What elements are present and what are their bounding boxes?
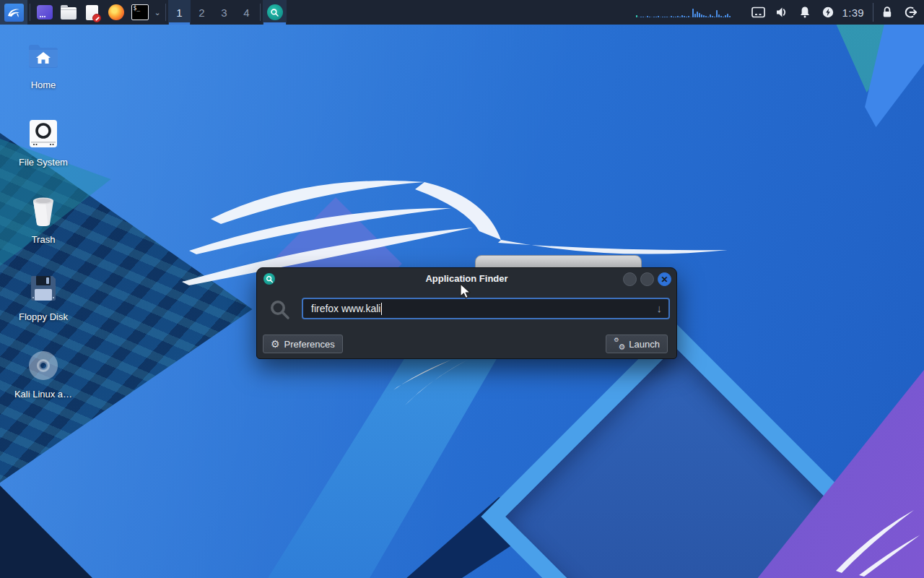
panel-separator bbox=[30, 4, 30, 21]
launcher-file-manager[interactable] bbox=[56, 0, 80, 25]
desktop-icon-label: Trash bbox=[32, 235, 56, 245]
file-manager-icon bbox=[61, 7, 77, 20]
combo-dropdown-arrow[interactable]: ↓ bbox=[657, 303, 663, 314]
search-icon bbox=[267, 4, 283, 20]
notifications-bell-icon bbox=[798, 5, 812, 20]
desktop-icon-floppy-disk[interactable]: Floppy Disk bbox=[6, 269, 81, 347]
home-folder-icon bbox=[27, 38, 60, 75]
preferences-button-label: Preferences bbox=[284, 339, 335, 350]
window-title: Application Finder bbox=[257, 268, 676, 290]
workspace-button-4[interactable]: 4 bbox=[235, 0, 258, 25]
workspace-button-1[interactable]: 1 bbox=[168, 0, 191, 25]
launcher-firefox[interactable] bbox=[104, 0, 128, 25]
clock[interactable]: 1:39 bbox=[842, 7, 864, 19]
display-icon bbox=[751, 5, 766, 20]
terminal-icon: $_ bbox=[131, 4, 149, 20]
launcher-app-finder[interactable] bbox=[263, 0, 287, 25]
volume-tray-button[interactable] bbox=[772, 0, 791, 25]
disc-icon bbox=[27, 347, 60, 384]
power-manager-icon bbox=[821, 5, 835, 20]
volume-icon bbox=[775, 5, 789, 20]
launcher-text-editor[interactable] bbox=[80, 0, 104, 25]
launch-button-label: Launch bbox=[629, 339, 660, 350]
gear-icon: ⚙ bbox=[271, 339, 280, 349]
notifications-tray-button[interactable] bbox=[796, 0, 814, 25]
logout-button[interactable] bbox=[901, 0, 920, 25]
lock-icon bbox=[880, 5, 894, 20]
chevron-down-icon[interactable]: ⌄ bbox=[152, 8, 163, 17]
titlebar[interactable]: Application Finder ✕ bbox=[257, 268, 676, 290]
drive-icon bbox=[28, 115, 58, 152]
maximize-button[interactable] bbox=[640, 272, 654, 286]
close-button[interactable]: ✕ bbox=[658, 272, 671, 286]
logout-icon bbox=[903, 5, 918, 20]
text-caret bbox=[381, 303, 382, 315]
launcher-window-app[interactable] bbox=[32, 0, 56, 25]
panel-separator bbox=[873, 3, 873, 22]
text-editor-icon bbox=[86, 5, 98, 20]
desktop-icon-list: Home File System Trash bbox=[6, 38, 81, 424]
desktop-icon-label: Floppy Disk bbox=[19, 312, 68, 322]
kali-menu-icon bbox=[4, 4, 24, 22]
workspace-button-3[interactable]: 3 bbox=[213, 0, 235, 25]
desktop-icon-label: File System bbox=[19, 158, 68, 168]
desktop-icon-file-system[interactable]: File System bbox=[6, 115, 81, 192]
search-input-value: firefox www.kali bbox=[311, 303, 380, 314]
desktop-icon-label: Kali Linux a… bbox=[14, 389, 72, 400]
launch-gears-icon: ⚙⚙ bbox=[614, 339, 624, 350]
lock-screen-button[interactable] bbox=[878, 0, 897, 25]
panel-separator bbox=[165, 4, 166, 21]
firefox-icon bbox=[108, 4, 124, 20]
desktop-icon-trash[interactable]: Trash bbox=[6, 192, 81, 269]
search-row: firefox www.kali ↓ bbox=[257, 294, 676, 326]
application-finder-window: Application Finder ✕ firefox www.kali ↓ … bbox=[256, 267, 677, 359]
window-app-icon bbox=[37, 5, 53, 20]
floppy-disk-icon bbox=[28, 269, 58, 307]
preferences-button[interactable]: ⚙ Preferences bbox=[263, 335, 343, 353]
search-input[interactable]: firefox www.kali ↓ bbox=[302, 298, 670, 319]
search-icon bbox=[263, 273, 275, 285]
desktop-icon-kali-cd[interactable]: Kali Linux a… bbox=[6, 347, 81, 424]
power-manager-tray-button[interactable] bbox=[819, 0, 837, 25]
launcher-terminal[interactable]: $_ bbox=[128, 0, 152, 25]
display-tray-button[interactable] bbox=[749, 0, 768, 25]
desktop-icon-home[interactable]: Home bbox=[6, 38, 81, 115]
minimize-button[interactable] bbox=[623, 272, 637, 286]
trash-icon bbox=[28, 192, 58, 230]
panel-separator bbox=[260, 4, 261, 21]
workspace-button-2[interactable]: 2 bbox=[191, 0, 213, 25]
desktop-icon-label: Home bbox=[31, 80, 56, 90]
system-monitor-graph bbox=[636, 7, 736, 17]
applications-menu-button[interactable] bbox=[0, 0, 27, 25]
search-icon bbox=[269, 298, 292, 324]
top-panel: $_ ⌄ 1 2 3 4 1:39 bbox=[0, 0, 924, 25]
launch-button[interactable]: ⚙⚙ Launch bbox=[606, 335, 668, 353]
